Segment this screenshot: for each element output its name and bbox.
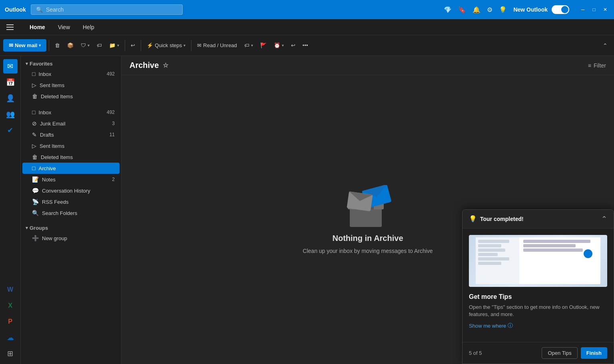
menu-home[interactable]: Home [24,22,51,33]
nav-contacts[interactable]: 👤 [3,91,18,105]
menu-help[interactable]: Help [77,22,100,33]
undo-button[interactable]: ↩ [128,40,138,51]
tour-show-me-link[interactable]: Show me where ⓘ [469,322,607,329]
flag-icon: 🚩 [260,42,267,48]
tour-progress: 5 of 5 [469,350,482,356]
open-tips-button[interactable]: Open Tips [542,347,577,359]
ribbon-sep-4 [191,40,191,51]
empty-state-title: Nothing in Archive [332,234,403,243]
sidebar-item-sent-fav[interactable]: ▷ Sent Items [22,80,120,91]
report-button[interactable]: 🛡 ▾ [78,40,93,51]
new-outlook-label: New Outlook [513,6,548,13]
menu-bar: Home View Help [0,19,614,35]
sidebar-item-rss[interactable]: 📡 RSS Feeds [22,196,120,207]
flag-button[interactable]: 🚩 [257,40,270,51]
settings-icon[interactable]: ⚙ [487,6,492,14]
bookmark-icon[interactable]: 🔖 [458,6,466,14]
move-button[interactable]: 📁 ▾ [106,40,122,51]
sent-fav-icon: ▷ [32,82,36,88]
maximize-button[interactable]: □ [590,6,598,14]
title-bar-right: 💎 🔖 🔔 ⚙ 💡 New Outlook ─ □ ✕ [444,5,609,14]
notes-icon: 📝 [32,176,39,183]
tour-actions: Open Tips Finish [542,347,607,359]
minimize-button[interactable]: ─ [579,6,587,14]
sidebar-item-deleted[interactable]: 🗑 Deleted Items [22,151,120,163]
sidebar-item-drafts[interactable]: ✎ Drafts 11 [22,129,120,140]
deleted-fav-icon: 🗑 [32,93,38,99]
archive-ribbon-button[interactable]: 📦 [64,40,77,51]
hamburger-menu[interactable] [6,21,19,34]
new-mail-button[interactable]: ✉ New mail ▾ [3,39,46,52]
preview-mock [476,237,600,284]
premium-icon[interactable]: 💎 [444,6,452,14]
groups-label: Groups [30,225,48,231]
delete-icon: 🗑 [55,42,60,48]
new-mail-dropdown[interactable]: ▾ [39,43,41,48]
deleted-fav-label: Deleted Items [41,93,73,99]
sidebar-item-new-group[interactable]: ➕ New group [22,233,120,244]
groups-header[interactable]: ▾ Groups [21,223,121,233]
tag2-button[interactable]: 🏷 ▾ [241,40,256,51]
notes-label: Notes [42,177,56,183]
nav-word[interactable]: W [3,282,18,297]
undo-icon: ↩ [131,42,135,48]
nav-groups[interactable]: 👥 [3,107,18,121]
filter-button[interactable]: ≡ Filter [588,62,606,69]
reply-all-icon: ↩ [291,42,295,48]
search-bar[interactable]: 🔍 [31,4,183,15]
close-button[interactable]: ✕ [601,6,609,14]
filter-label: Filter [594,62,606,69]
ribbon-sep-2 [125,40,125,51]
tour-collapse-button[interactable]: ⌃ [601,215,607,223]
tour-body: Get more Tips Open the "Tips" section to… [462,229,614,342]
window-controls: ─ □ ✕ [579,6,609,14]
sidebar-item-junk[interactable]: ⊘ Junk Email 3 [22,118,120,129]
delete-button[interactable]: 🗑 [52,40,63,51]
sidebar-item-deleted-fav[interactable]: 🗑 Deleted Items [22,91,120,102]
nav-tasks[interactable]: ✔ [3,123,18,137]
report-dropdown[interactable]: ▾ [88,43,90,48]
read-unread-button[interactable]: ✉ Read / Unread [194,40,240,51]
read-unread-label: Read / Unread [203,42,237,48]
nav-calendar[interactable]: 📅 [3,75,18,90]
report-icon: 🛡 [81,42,86,48]
favorites-header[interactable]: ▾ Favorites [21,59,121,68]
search-input[interactable] [46,6,177,13]
sidebar-item-conversation[interactable]: 💬 Conversation History [22,185,120,196]
snooze-button[interactable]: ⏰ ▾ [271,40,287,51]
sidebar-item-sent[interactable]: ▷ Sent Items [22,140,120,151]
tag-button[interactable]: 🏷 [94,40,105,51]
nav-mail[interactable]: ✉ [3,59,18,74]
move-dropdown[interactable]: ▾ [117,43,119,48]
menu-view[interactable]: View [52,22,76,33]
nav-onedrive[interactable]: ☁ [3,330,18,345]
snooze-dropdown[interactable]: ▾ [282,43,284,48]
quick-steps-button[interactable]: ⚡ Quick steps ▾ [144,40,189,51]
sidebar-item-search-folders[interactable]: 🔍 Search Folders [22,207,120,219]
sidebar-item-archive[interactable]: □ Archive [22,163,120,174]
tour-preview-inner [469,235,607,287]
finish-button[interactable]: Finish [581,347,607,359]
sidebar-item-notes[interactable]: 📝 Notes 2 [22,174,120,185]
lightbulb-icon[interactable]: 💡 [499,6,507,14]
content-area: Archive ☆ ≡ Filter [122,56,614,364]
reply-all-button[interactable]: ↩ [288,40,299,51]
new-mail-label: New mail [15,42,37,48]
bell-icon[interactable]: 🔔 [472,6,480,14]
sidebar-item-inbox[interactable]: □ Inbox 492 [22,107,120,118]
favorites-label: Favorites [30,61,53,67]
label-icon: 🏷 [244,42,249,48]
nav-powerpoint[interactable]: P [3,314,18,329]
quick-steps-dropdown[interactable]: ▾ [183,43,185,48]
more-ribbon-button[interactable]: ••• [299,40,311,51]
title-bar-left: Outlook 🔍 [5,4,183,15]
new-outlook-toggle[interactable] [552,5,569,14]
ribbon-expand-button[interactable]: ⌃ [600,40,611,51]
sidebar-item-inbox-fav[interactable]: □ Inbox 492 [22,68,120,80]
tag2-dropdown[interactable]: ▾ [251,43,253,48]
tour-tips-title: Get more Tips [469,293,607,300]
nav-excel[interactable]: X [3,298,18,313]
drafts-icon: ✎ [32,131,37,138]
favorite-star[interactable]: ☆ [163,62,168,69]
nav-apps[interactable]: ⊞ [3,346,18,361]
